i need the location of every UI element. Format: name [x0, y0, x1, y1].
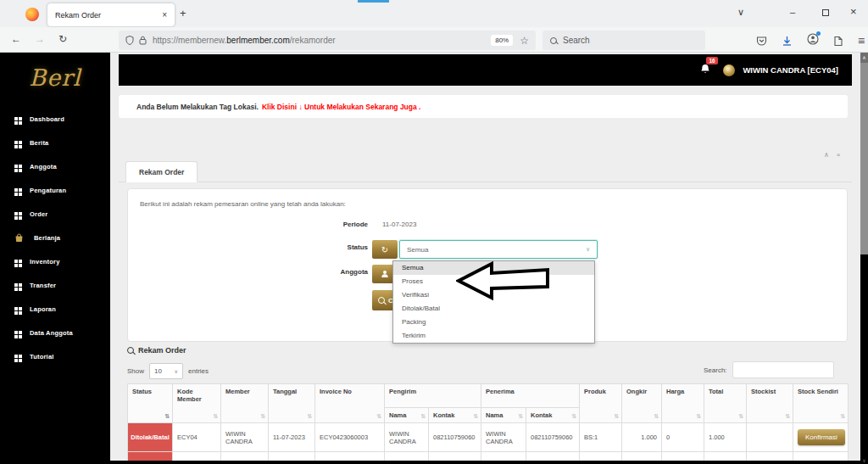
sort-icon [614, 413, 619, 420]
sidebar-item-tutorial[interactable]: Tutorial [0, 344, 110, 368]
col-produk[interactable]: Produk [580, 384, 622, 423]
col-stockist[interactable]: Stockist [747, 384, 793, 423]
periode-label: Periode [128, 221, 368, 228]
sidebar-item-berita[interactable]: Berita [0, 131, 110, 154]
col-member[interactable]: Member [221, 384, 269, 423]
shield-icon[interactable] [125, 36, 134, 45]
panel-close-icon[interactable] [837, 151, 841, 159]
user-menu[interactable]: WIWIN CANDRA [ECY04] [743, 65, 838, 75]
sidebar-item-order[interactable]: Order [0, 202, 110, 226]
tab-list-chevron-icon[interactable] [737, 7, 744, 18]
sort-icon [164, 413, 170, 420]
refresh-status-button[interactable] [372, 240, 398, 259]
col-kode-member[interactable]: Kode Member [173, 384, 221, 423]
sidebar-menu: Dashboard Berita Anggota Pengaturan Orde… [0, 102, 110, 368]
search-bar[interactable]: Search [542, 31, 705, 50]
sidebar-item-anggota[interactable]: Anggota [0, 154, 110, 178]
firefox-icon[interactable] [25, 8, 39, 21]
col-harga[interactable]: Harga [662, 384, 704, 423]
tab-rekam-order[interactable]: Rekam Order [125, 161, 198, 182]
account-alert-dot [816, 31, 821, 36]
periode-value: 11-07-2023 [382, 221, 416, 228]
new-tab-button[interactable]: + [180, 7, 186, 20]
col-stock-sendiri[interactable]: Stock Sendiri [793, 384, 849, 423]
sort-icon [260, 413, 265, 420]
grid-icon [14, 355, 18, 358]
col-penerima-nama[interactable]: Nama [481, 408, 526, 423]
hamburger-menu-icon[interactable] [858, 34, 865, 48]
notification-bell[interactable]: 16 [700, 63, 710, 78]
col-penerima-kontak[interactable]: Kontak [526, 408, 580, 423]
page-scrollbar[interactable] [860, 53, 868, 464]
grid-icon [14, 165, 18, 168]
tag-lokasi-alert: Anda Belum Melakukan Tag Lokasi. Klik Di… [119, 95, 848, 118]
table-search-input[interactable] [732, 361, 834, 378]
download-icon[interactable] [782, 36, 793, 47]
sidebar-item-berlanja[interactable]: Berlanja [0, 226, 110, 249]
sort-icon [840, 413, 845, 420]
browser-tab[interactable]: Rekam Order [47, 3, 175, 26]
accent-strip [358, 0, 389, 3]
col-tanggal[interactable]: Tanggal [269, 384, 315, 423]
page-footer-edge [110, 461, 860, 464]
col-pengirim-kontak[interactable]: Kontak [429, 408, 481, 423]
window-close-button[interactable] [850, 5, 857, 18]
person-icon [381, 270, 389, 278]
konfirmasi-button[interactable]: Konfirmasi [798, 429, 845, 445]
scrollbar-thumb[interactable] [860, 53, 868, 254]
window-minimize-button[interactable] [790, 7, 795, 17]
col-pengirim-nama[interactable]: Nama [385, 408, 429, 423]
back-button[interactable] [11, 33, 21, 45]
lock-icon[interactable] [139, 36, 147, 45]
reload-button[interactable] [58, 33, 67, 45]
status-select[interactable]: Semua [399, 240, 598, 259]
grid-icon [14, 212, 18, 215]
col-ongkir[interactable]: Ongkir [622, 384, 662, 423]
grid-icon [14, 117, 18, 120]
sort-icon [307, 413, 312, 420]
bookmark-star-icon[interactable] [520, 35, 529, 47]
sidebar-item-laporan[interactable]: Laporan [0, 297, 110, 321]
col-status[interactable]: Status [128, 384, 173, 423]
url-bar[interactable]: https://membernew.berlmember.com/rekamor… [119, 31, 536, 50]
option-terkirim[interactable]: Terkirim [393, 329, 594, 343]
sort-icon [518, 413, 523, 420]
user-avatar [723, 64, 735, 76]
sort-icon [420, 413, 426, 420]
col-total[interactable]: Total [704, 384, 747, 423]
option-ditolak-batal[interactable]: Ditolak/Batal [393, 302, 594, 316]
extension-page-icon[interactable] [833, 36, 843, 47]
status-label: Status [128, 243, 368, 251]
table-row: Ditolak/Batal ECY04 WIWIN CANDRA 11-07-2… [128, 423, 849, 452]
sidebar-item-inventory[interactable]: Inventory [0, 249, 110, 273]
panel-controls [824, 151, 841, 159]
scrollbar-down-arrow[interactable] [860, 457, 868, 463]
sort-icon [654, 413, 659, 420]
forward-button[interactable] [35, 33, 45, 45]
search-icon [378, 297, 385, 304]
chevron-down-icon [586, 246, 590, 253]
scrollbar-up-arrow[interactable] [860, 53, 868, 63]
account-icon[interactable] [807, 33, 819, 48]
pocket-icon[interactable] [756, 36, 767, 47]
grid-icon [14, 307, 18, 310]
sidebar-item-dashboard[interactable]: Dashboard [0, 107, 110, 131]
url-text: https://membernew.berlmember.com/rekamor… [153, 36, 491, 45]
sidebar-item-pengaturan[interactable]: Pengaturan [0, 178, 110, 202]
zoom-level-badge[interactable]: 80% [491, 35, 513, 46]
page-size-select[interactable]: 10 [149, 363, 183, 379]
panel-collapse-icon[interactable] [824, 151, 829, 159]
annotation-arrow [456, 261, 551, 302]
option-packing[interactable]: Packing [393, 316, 594, 329]
alert-link[interactable]: Klik Disini ↓ Untuk Melakukan Sekarang J… [262, 103, 421, 111]
page-size-control: Show 10 entries [127, 363, 209, 379]
app-logo: Berl [0, 53, 110, 102]
window-maximize-button[interactable] [822, 9, 829, 16]
sidebar-item-transfer[interactable]: Transfer [0, 273, 110, 297]
tab-close-icon[interactable] [162, 10, 167, 20]
table-section-title: Rekam Order [127, 346, 186, 355]
col-invoice-no[interactable]: Invoice No [315, 384, 385, 423]
col-group-penerima: Penerima [481, 384, 580, 408]
sidebar-item-data-anggota[interactable]: Data Anggota [0, 321, 110, 344]
sort-icon [738, 413, 743, 420]
